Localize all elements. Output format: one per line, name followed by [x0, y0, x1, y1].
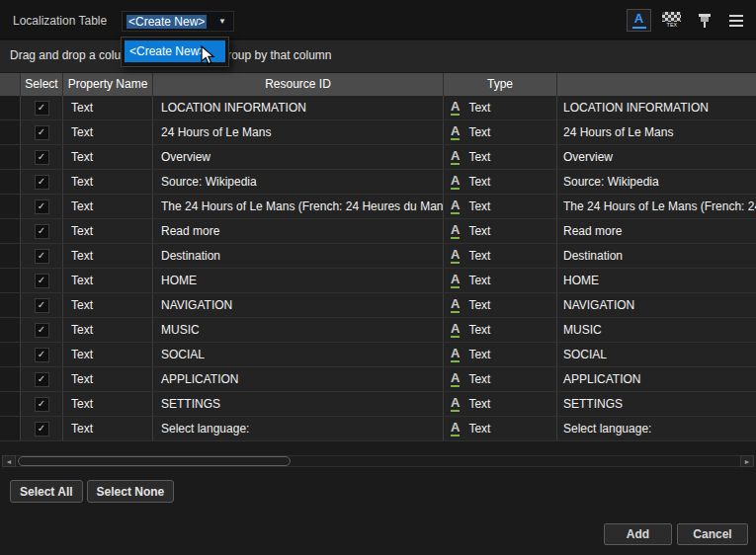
row-checkbox[interactable]: ✓	[35, 323, 49, 338]
value-cell[interactable]: APPLICATION	[557, 367, 756, 391]
property-name-cell[interactable]: Text	[63, 269, 153, 292]
select-none-button[interactable]: Select None	[87, 480, 175, 503]
row-checkbox[interactable]: ✓	[35, 274, 49, 288]
type-cell[interactable]: A Text	[444, 145, 557, 169]
value-cell[interactable]: Select language:	[557, 417, 756, 440]
row-indicator-cell[interactable]	[0, 219, 21, 243]
column-header-value[interactable]	[557, 73, 756, 96]
type-cell[interactable]: A Text	[444, 170, 557, 194]
resource-id-cell[interactable]: Read more	[153, 219, 444, 243]
filter-button[interactable]	[698, 11, 712, 31]
property-name-cell[interactable]: Text	[63, 195, 153, 218]
property-name-cell[interactable]: Text	[63, 343, 153, 366]
table-row[interactable]: ✓ Text Overview A Text Overview	[0, 145, 756, 170]
row-checkbox[interactable]: ✓	[35, 125, 49, 140]
row-indicator-cell[interactable]	[0, 244, 21, 268]
property-name-cell[interactable]: Text	[63, 417, 153, 440]
table-row[interactable]: ✓ Text NAVIGATION A Text NAVIGATION	[0, 293, 756, 318]
resource-id-cell[interactable]: Select language:	[153, 417, 444, 440]
scroll-left-button[interactable]: ◄	[2, 455, 16, 467]
property-name-cell[interactable]: Text	[63, 120, 153, 144]
resource-id-cell[interactable]: LOCATION INFORMATION	[153, 96, 444, 119]
resource-id-cell[interactable]: SETTINGS	[153, 392, 444, 416]
value-cell[interactable]: 24 Hours of Le Mans	[557, 120, 756, 144]
property-name-cell[interactable]: Text	[63, 96, 153, 119]
value-cell[interactable]: NAVIGATION	[557, 293, 756, 317]
type-cell[interactable]: A Text	[444, 195, 557, 218]
value-cell[interactable]: HOME	[557, 269, 756, 292]
value-cell[interactable]: SOCIAL	[557, 343, 756, 366]
row-checkbox[interactable]: ✓	[35, 101, 49, 116]
value-cell[interactable]: Overview	[557, 145, 756, 169]
texture-resources-button[interactable]: TEX	[661, 11, 682, 30]
resource-id-cell[interactable]: Destination	[153, 244, 444, 268]
column-header-select[interactable]: Select	[21, 73, 63, 96]
type-cell[interactable]: A Text	[444, 367, 557, 391]
row-checkbox[interactable]: ✓	[35, 372, 49, 387]
value-cell[interactable]: Destination	[557, 244, 756, 268]
text-resources-toggle-button[interactable]: A	[627, 9, 651, 32]
row-checkbox[interactable]: ✓	[35, 175, 49, 190]
row-checkbox[interactable]: ✓	[35, 199, 49, 214]
resource-id-cell[interactable]: NAVIGATION	[153, 293, 444, 317]
table-row[interactable]: ✓ Text HOME A Text HOME	[0, 269, 756, 293]
row-checkbox[interactable]: ✓	[35, 422, 49, 436]
menu-button[interactable]	[729, 13, 744, 29]
value-cell[interactable]: SETTINGS	[557, 392, 756, 416]
row-indicator-cell[interactable]	[0, 343, 21, 366]
table-row[interactable]: ✓ Text APPLICATION A Text APPLICATION	[0, 367, 756, 392]
type-cell[interactable]: A Text	[444, 120, 557, 144]
property-name-cell[interactable]: Text	[63, 170, 153, 194]
table-row[interactable]: ✓ Text SOCIAL A Text SOCIAL	[0, 343, 756, 367]
type-cell[interactable]: A Text	[444, 219, 557, 243]
property-name-cell[interactable]: Text	[63, 244, 153, 268]
type-cell[interactable]: A Text	[444, 269, 557, 292]
type-cell[interactable]: A Text	[444, 343, 557, 366]
resource-id-cell[interactable]: SOCIAL	[153, 343, 444, 366]
property-name-cell[interactable]: Text	[63, 219, 153, 243]
select-all-button[interactable]: Select All	[10, 480, 83, 503]
row-indicator-cell[interactable]	[0, 145, 21, 169]
type-cell[interactable]: A Text	[444, 392, 557, 416]
value-cell[interactable]: LOCATION INFORMATION	[557, 96, 756, 119]
row-checkbox[interactable]: ✓	[35, 224, 49, 239]
row-indicator-cell[interactable]	[0, 367, 21, 391]
cancel-button[interactable]: Cancel	[677, 523, 748, 545]
value-cell[interactable]: MUSIC	[557, 318, 756, 342]
row-indicator-cell[interactable]	[0, 293, 21, 317]
table-row[interactable]: ✓ Text Select language: A Text Select la…	[0, 417, 756, 441]
row-indicator-cell[interactable]	[0, 269, 21, 292]
table-row[interactable]: ✓ Text 24 Hours of Le Mans A Text 24 Hou…	[0, 120, 756, 145]
add-button[interactable]: Add	[604, 523, 672, 545]
resource-id-cell[interactable]: The 24 Hours of Le Mans (French: 24 Heur…	[153, 195, 444, 218]
resource-id-cell[interactable]: Source: Wikipedia	[153, 170, 444, 194]
value-cell[interactable]: The 24 Hours of Le Mans (French: 24 Heur…	[557, 195, 756, 218]
scroll-right-button[interactable]: ►	[740, 455, 754, 467]
value-cell[interactable]: Read more	[557, 219, 756, 243]
row-checkbox[interactable]: ✓	[35, 150, 49, 165]
resource-id-cell[interactable]: Overview	[153, 145, 444, 169]
property-name-cell[interactable]: Text	[63, 293, 153, 317]
localization-table-combobox[interactable]: <Create New> ▼	[122, 11, 234, 32]
type-cell[interactable]: A Text	[444, 318, 557, 342]
type-cell[interactable]: A Text	[444, 96, 557, 119]
row-checkbox[interactable]: ✓	[35, 249, 49, 264]
property-name-cell[interactable]: Text	[63, 145, 153, 169]
row-indicator-cell[interactable]	[0, 318, 21, 342]
row-checkbox[interactable]: ✓	[35, 348, 49, 362]
row-indicator-cell[interactable]	[0, 392, 21, 416]
resource-id-cell[interactable]: 24 Hours of Le Mans	[153, 120, 444, 144]
resource-id-cell[interactable]: APPLICATION	[153, 367, 444, 391]
row-indicator-cell[interactable]	[0, 417, 21, 440]
column-header-property-name[interactable]: Property Name	[63, 73, 153, 96]
property-name-cell[interactable]: Text	[63, 367, 153, 391]
resource-id-cell[interactable]: HOME	[153, 269, 444, 292]
scrollbar-track[interactable]	[16, 455, 740, 467]
row-indicator-cell[interactable]	[0, 195, 21, 218]
table-row[interactable]: ✓ Text Source: Wikipedia A Text Source: …	[0, 170, 756, 195]
table-row[interactable]: ✓ Text LOCATION INFORMATION A Text LOCAT…	[0, 96, 756, 120]
group-by-bar[interactable]: Drag and drop a column header here to gr…	[0, 40, 756, 72]
table-row[interactable]: ✓ Text SETTINGS A Text SETTINGS	[0, 392, 756, 417]
type-cell[interactable]: A Text	[444, 293, 557, 317]
row-indicator-cell[interactable]	[0, 120, 21, 144]
